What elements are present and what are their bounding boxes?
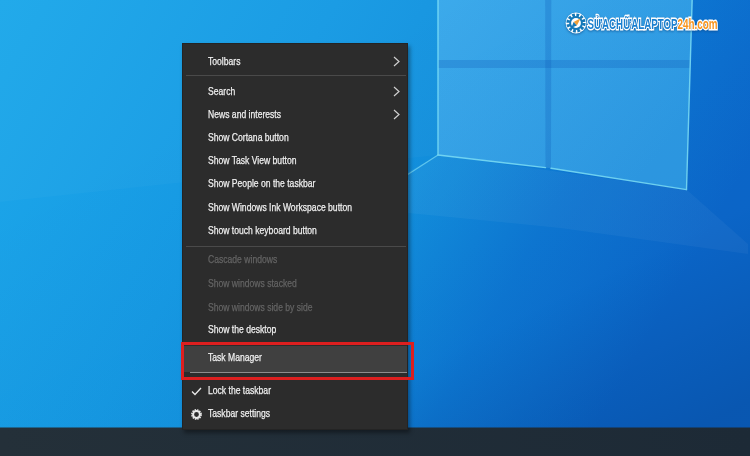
svg-text:SỬACHỮALAPTOP: SỬACHỮALAPTOP	[588, 14, 678, 32]
svg-text:24h.com: 24h.com	[678, 14, 718, 32]
